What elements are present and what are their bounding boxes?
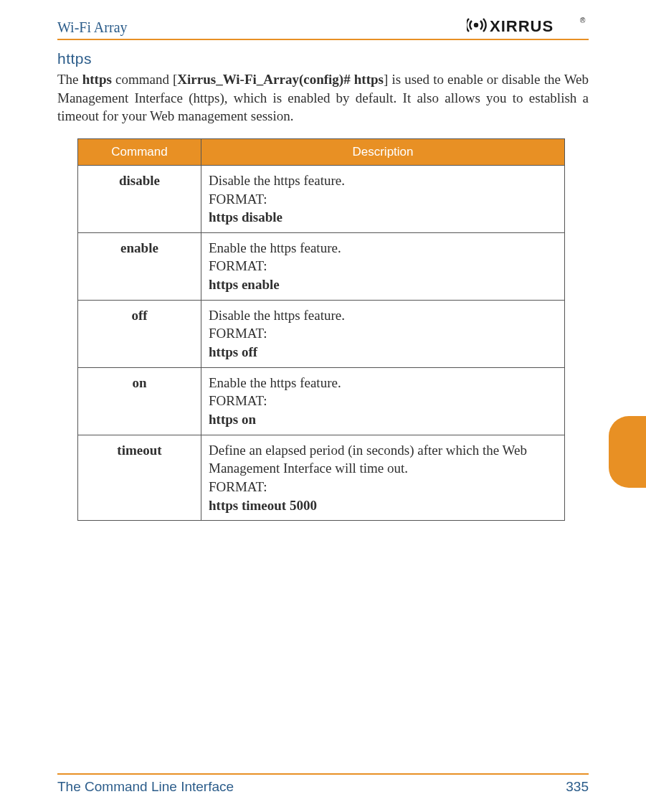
desc-text: Enable the https feature. — [209, 375, 341, 390]
intro-prompt: Xirrus_Wi-Fi_Array(config)# https — [177, 72, 384, 87]
intro-text-mid1: command [ — [112, 72, 178, 87]
footer-left: The Command Line Interface — [57, 779, 234, 795]
format-text: https disable — [209, 209, 282, 225]
xirrus-logo-icon: XIRRUS ® — [467, 14, 589, 36]
header-title: Wi-Fi Array — [57, 19, 128, 36]
page: Wi-Fi Array XIRRUS ® https The https com… — [0, 0, 646, 812]
cell-description: Enable the https feature. FORMAT: https … — [201, 367, 565, 435]
table-row: on Enable the https feature. FORMAT: htt… — [78, 367, 565, 435]
table-row: timeout Define an elapsed period (in sec… — [78, 435, 565, 521]
format-text: https on — [209, 412, 256, 427]
cell-command: on — [78, 367, 201, 435]
format-label: FORMAT: — [209, 326, 267, 341]
desc-text: Disable the https feature. — [209, 308, 345, 323]
format-text: https enable — [209, 277, 280, 292]
intro-cmd: https — [82, 72, 112, 87]
command-table: Command Description disable Disable the … — [77, 138, 565, 521]
format-label: FORMAT: — [209, 479, 267, 494]
cell-command: disable — [78, 165, 201, 232]
col-header-description: Description — [201, 138, 565, 165]
footer-row: The Command Line Interface 335 — [57, 779, 589, 795]
desc-text: Disable the https feature. — [209, 173, 345, 188]
col-header-command: Command — [78, 138, 201, 165]
cell-description: Enable the https feature. FORMAT: https … — [201, 232, 565, 300]
format-label: FORMAT: — [209, 192, 267, 207]
format-text: https timeout 5000 — [209, 498, 317, 513]
cell-command: enable — [78, 232, 201, 300]
table-row: off Disable the https feature. FORMAT: h… — [78, 300, 565, 367]
cell-description: Disable the https feature. FORMAT: https… — [201, 300, 565, 367]
section-title: https — [57, 50, 589, 67]
logo-text: XIRRUS — [490, 17, 554, 35]
desc-text: Define an elapsed period (in seconds) af… — [209, 443, 527, 476]
desc-text: Enable the https feature. — [209, 240, 341, 255]
intro-text-pre: The — [57, 72, 82, 87]
table-header-row: Command Description — [78, 138, 565, 165]
header-divider — [57, 39, 589, 40]
intro-paragraph: The https command [Xirrus_Wi-Fi_Array(co… — [57, 70, 589, 126]
page-header: Wi-Fi Array XIRRUS ® — [57, 14, 589, 36]
side-tab — [609, 416, 646, 488]
format-text: https off — [209, 344, 257, 359]
format-label: FORMAT: — [209, 393, 267, 408]
cell-description: Define an elapsed period (in seconds) af… — [201, 435, 565, 521]
page-footer: The Command Line Interface 335 — [57, 773, 589, 795]
cell-command: off — [78, 300, 201, 367]
format-label: FORMAT: — [209, 258, 267, 273]
logo-reg: ® — [580, 16, 586, 24]
table-row: enable Enable the https feature. FORMAT:… — [78, 232, 565, 300]
svg-point-0 — [474, 23, 478, 27]
footer-divider — [57, 773, 589, 775]
logo: XIRRUS ® — [467, 14, 589, 36]
cell-command: timeout — [78, 435, 201, 521]
page-number: 335 — [566, 779, 589, 795]
cell-description: Disable the https feature. FORMAT: https… — [201, 165, 565, 232]
table-row: disable Disable the https feature. FORMA… — [78, 165, 565, 232]
